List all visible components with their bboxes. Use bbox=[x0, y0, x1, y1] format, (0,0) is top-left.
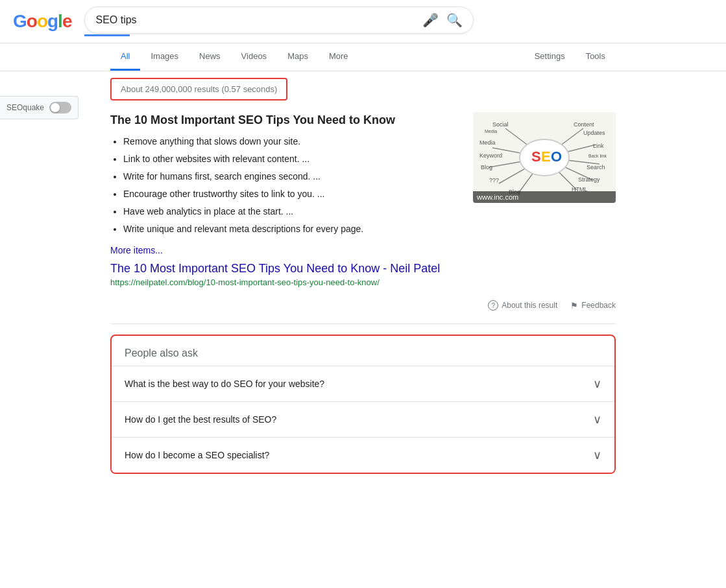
result-divider bbox=[110, 323, 616, 324]
tab-maps[interactable]: Maps bbox=[277, 43, 319, 71]
feedback-button[interactable]: ⚑ Feedback bbox=[570, 301, 616, 311]
logo-letter-o1: o bbox=[27, 11, 37, 31]
svg-text:Updates: Updates bbox=[583, 130, 605, 136]
nav-tabs: All Images News Videos Maps More Setting… bbox=[0, 43, 726, 71]
svg-text:S: S bbox=[531, 148, 541, 165]
bullet-list: Remove anything that slows down your sit… bbox=[123, 135, 463, 236]
tab-videos[interactable]: Videos bbox=[231, 43, 278, 71]
paa-item-3[interactable]: How do I become a SEO specialist? ∨ bbox=[112, 437, 614, 473]
seoquake-toggle[interactable] bbox=[49, 102, 71, 113]
more-items-link[interactable]: More items... bbox=[110, 245, 163, 255]
feedback-label: Feedback bbox=[581, 301, 616, 310]
search-bar-wrapper: 🎤 🔍 bbox=[84, 6, 474, 36]
about-result-label: About this result bbox=[502, 301, 557, 310]
flag-icon: ⚑ bbox=[570, 301, 578, 311]
search-input[interactable] bbox=[95, 14, 416, 26]
paa-question-1: What is the best way to do SEO for your … bbox=[125, 379, 324, 389]
bullet-item-2: Link to other websites with relevant con… bbox=[123, 152, 463, 166]
result-link-block: The 10 Most Important SEO Tips You Need … bbox=[110, 262, 616, 287]
svg-text:O: O bbox=[551, 148, 562, 165]
people-also-ask-box: People also ask What is the best way to … bbox=[110, 335, 616, 474]
svg-text:Strategy: Strategy bbox=[578, 176, 600, 183]
svg-text:Back link: Back link bbox=[588, 154, 607, 158]
svg-text:???: ??? bbox=[489, 177, 499, 183]
seo-image: S E O Content Updates Link Back link Sea… bbox=[473, 112, 616, 203]
logo-letter-G: G bbox=[13, 11, 27, 31]
svg-text:Content: Content bbox=[574, 121, 594, 128]
results-count-text: About 249,000,000 results (0.57 seconds) bbox=[121, 84, 277, 94]
result-text-block: The 10 Most Important SEO Tips You Need … bbox=[110, 112, 463, 255]
paa-item-1[interactable]: What is the best way to do SEO for your … bbox=[112, 366, 614, 401]
result-title: The 10 Most Important SEO Tips You Need … bbox=[110, 112, 463, 128]
paa-title: People also ask bbox=[112, 336, 614, 366]
tab-settings[interactable]: Settings bbox=[524, 43, 575, 71]
chevron-icon-3: ∨ bbox=[593, 448, 601, 462]
bullet-item-1: Remove anything that slows down your sit… bbox=[123, 135, 463, 148]
toggle-knob bbox=[51, 103, 60, 112]
search-bar: 🎤 🔍 bbox=[84, 6, 474, 34]
seoquake-bar: SEOquake bbox=[0, 96, 79, 119]
image-source: www.inc.com bbox=[473, 191, 616, 203]
result-url: https://neilpatel.com/blog/10-most-impor… bbox=[110, 277, 616, 287]
search-underline bbox=[84, 34, 130, 36]
chevron-icon-2: ∨ bbox=[593, 412, 601, 427]
paa-question-3: How do I become a SEO specialist? bbox=[125, 450, 269, 460]
tab-more[interactable]: More bbox=[319, 43, 359, 71]
nav-right: Settings Tools bbox=[524, 43, 616, 71]
bullet-item-3: Write for humans first, search engines s… bbox=[123, 170, 463, 183]
seoquake-label: SEOquake bbox=[6, 103, 44, 112]
chevron-icon-1: ∨ bbox=[593, 377, 601, 391]
svg-text:E: E bbox=[541, 148, 551, 165]
logo-letter-g: g bbox=[47, 11, 58, 31]
svg-text:Search: Search bbox=[587, 164, 605, 171]
results-count-box: About 249,000,000 results (0.57 seconds) bbox=[110, 78, 287, 100]
bullet-item-5: Have web analytics in place at the start… bbox=[123, 205, 463, 218]
svg-text:Blog: Blog bbox=[481, 164, 492, 171]
about-result-icon: ? bbox=[488, 300, 498, 311]
microphone-icon[interactable]: 🎤 bbox=[422, 12, 439, 28]
result-card-inner: The 10 Most Important SEO Tips You Need … bbox=[110, 112, 616, 255]
bullet-item-4: Encourage other trustworthy sites to lin… bbox=[123, 187, 463, 201]
about-result-btn[interactable]: ? About this result bbox=[488, 300, 557, 311]
seo-image-svg: S E O Content Updates Link Back link Sea… bbox=[473, 112, 616, 203]
tab-news[interactable]: News bbox=[189, 43, 231, 71]
svg-text:Media: Media bbox=[485, 129, 497, 134]
paa-question-2: How do I get the best results of SEO? bbox=[125, 414, 276, 425]
svg-text:Link: Link bbox=[593, 143, 604, 149]
bullet-item-6: Write unique and relevant meta descripti… bbox=[123, 222, 463, 236]
tab-all[interactable]: All bbox=[110, 43, 140, 71]
tab-tools[interactable]: Tools bbox=[575, 43, 616, 71]
paa-item-2[interactable]: How do I get the best results of SEO? ∨ bbox=[112, 401, 614, 437]
search-icon[interactable]: 🔍 bbox=[446, 12, 463, 28]
google-logo[interactable]: Google bbox=[13, 11, 71, 32]
main-content: About 249,000,000 results (0.57 seconds)… bbox=[0, 71, 726, 487]
featured-result-card: The 10 Most Important SEO Tips You Need … bbox=[110, 112, 616, 287]
logo-letter-l: l bbox=[58, 11, 62, 31]
tab-images[interactable]: Images bbox=[140, 43, 189, 71]
header: Google 🎤 🔍 bbox=[0, 0, 726, 43]
logo-letter-e: e bbox=[62, 11, 72, 31]
result-link-title[interactable]: The 10 Most Important SEO Tips You Need … bbox=[110, 262, 616, 276]
about-feedback-row: ? About this result ⚑ Feedback bbox=[110, 294, 616, 323]
logo-letter-o2: o bbox=[37, 11, 47, 31]
svg-text:Social: Social bbox=[492, 121, 509, 128]
svg-text:Keyword: Keyword bbox=[479, 152, 502, 159]
svg-text:Media: Media bbox=[479, 139, 496, 146]
search-icons: 🎤 🔍 bbox=[422, 12, 463, 28]
